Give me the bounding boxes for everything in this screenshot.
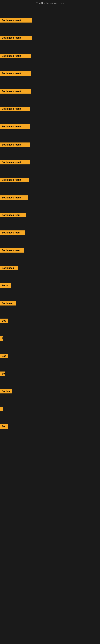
bottleneck-bar-21: Bo [0, 372, 5, 376]
bottleneck-bar-4: Bottleneck result [0, 71, 31, 76]
bottleneck-bar-9: Bottleneck result [0, 160, 30, 164]
bottleneck-bar-20: Bott [0, 354, 8, 358]
bottleneck-bar-10: Bottleneck result [0, 178, 29, 182]
bottleneck-bar-23: | [0, 407, 3, 411]
site-title: TheBottlenecker.com [0, 0, 100, 6]
bottleneck-bar-22: Bottlen [0, 389, 12, 394]
bottleneck-bar-6: Bottleneck result [0, 107, 30, 111]
bottleneck-bar-19: B [0, 336, 3, 341]
bottleneck-bar-11: Bottleneck result [0, 196, 28, 200]
bottleneck-bar-1: Bottleneck result [0, 18, 32, 22]
bottleneck-bar-14: Bottleneck resu [0, 248, 24, 252]
bottleneck-bar-5: Bottleneck result [0, 89, 31, 94]
bottleneck-bar-8: Bottleneck result [0, 142, 30, 147]
bottleneck-bar-17: Bottlenec [0, 301, 16, 306]
bottleneck-bar-18: Bott [0, 318, 8, 323]
bottleneck-bar-3: Bottleneck result [0, 54, 31, 58]
bottleneck-bar-2: Bottleneck result [0, 36, 32, 40]
bottleneck-bar-13: Bottleneck resu [0, 230, 25, 235]
bottleneck-bar-16: Bottle [0, 283, 11, 288]
bottleneck-bar-7: Bottleneck result [0, 124, 30, 129]
bottleneck-bar-24: Bott [0, 424, 8, 429]
bottleneck-bar-12: Bottleneck resu [0, 213, 26, 217]
chart-area: Bottleneck resultBottleneck resultBottle… [0, 7, 100, 630]
bottleneck-bar-15: Bottleneck [0, 266, 18, 270]
